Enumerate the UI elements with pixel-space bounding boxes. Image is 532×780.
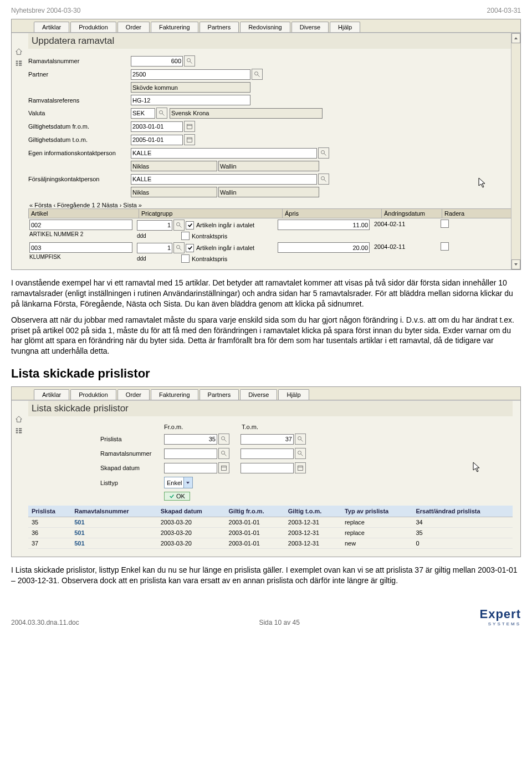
svg-rect-40 <box>298 466 303 470</box>
input-giltig-tom[interactable]: 2005-01-01 <box>131 135 183 145</box>
th-giltig-tom[interactable]: Giltig t.o.m. <box>285 506 341 517</box>
menu-artiklar[interactable]: Artiklar <box>34 22 69 32</box>
menu-order[interactable]: Order <box>117 22 150 32</box>
scroll-down-icon[interactable] <box>511 259 520 269</box>
cell: 2003-03-20 <box>157 517 226 528</box>
th-ramavtal[interactable]: Ramavtalsnummer <box>71 506 157 517</box>
checkbox-ingar[interactable] <box>186 221 194 230</box>
checkbox-kontrakt[interactable] <box>181 254 190 263</box>
ok-button[interactable]: OK <box>164 492 190 501</box>
input-ramavtal-from[interactable] <box>164 448 217 459</box>
menu-diverse[interactable]: Diverse <box>240 389 277 400</box>
search-icon[interactable] <box>295 448 306 459</box>
cell: replace <box>341 517 413 528</box>
svg-line-33 <box>301 440 303 442</box>
svg-point-22 <box>177 246 180 249</box>
input-ramavtal-to[interactable] <box>241 448 294 459</box>
menu-partners[interactable]: Partners <box>200 389 239 400</box>
input-giltig-from[interactable]: 2003-01-01 <box>131 121 183 132</box>
table-row: 35 501 2003-03-20 2003-01-01 2003-12-31 … <box>28 517 513 528</box>
calendar-icon[interactable] <box>218 462 229 473</box>
grid-row: 002 ARTIKEL NUMMER 2 1 Artikeln ingår i … <box>28 218 513 241</box>
cell-pris[interactable]: 11.00 <box>278 220 370 230</box>
input-egen-kontakt[interactable]: KALLE <box>131 148 317 159</box>
scroll-up-icon[interactable] <box>511 33 520 43</box>
scrollbar[interactable] <box>511 33 520 269</box>
menu-hjalp[interactable]: Hjälp <box>330 22 360 32</box>
home-icon[interactable] <box>15 48 23 57</box>
svg-rect-28 <box>19 430 22 431</box>
screenshot-prislistor: Artiklar Produktion Order Fakturering Pa… <box>11 386 521 557</box>
svg-rect-2 <box>16 65 18 66</box>
select-listtyp[interactable]: Enkel <box>164 477 193 488</box>
input-forsalj-kontakt[interactable]: KALLE <box>131 174 317 185</box>
menu-fakturering[interactable]: Fakturering <box>151 389 198 400</box>
search-icon[interactable] <box>173 242 185 253</box>
cell-link[interactable]: 501 <box>71 528 157 538</box>
footer-left: 2004.03.30.dna.11.doc <box>11 619 79 626</box>
th-prislista[interactable]: Prislista <box>28 506 71 517</box>
th-skapad[interactable]: Skapad datum <box>157 506 226 517</box>
th-ersatt[interactable]: Ersatt/ändrad prislista <box>412 506 513 517</box>
chevron-down-icon[interactable] <box>183 477 192 488</box>
svg-line-23 <box>180 248 182 251</box>
menu-order[interactable]: Order <box>117 389 150 400</box>
checkbox-ingar[interactable] <box>186 244 194 252</box>
svg-point-10 <box>160 111 163 114</box>
pager[interactable]: « Första ‹ Föregående 1 2 Nästa › Sista … <box>28 198 513 208</box>
menu-redovisning[interactable]: Redovisning <box>240 22 290 32</box>
list-icon[interactable] <box>15 59 23 69</box>
menu-partners[interactable]: Partners <box>200 22 239 32</box>
cell-grupp[interactable]: 1 <box>137 243 172 253</box>
label-skapad-datum: Skapad datum <box>100 465 164 471</box>
input-prislista-from[interactable]: 35 <box>164 434 217 445</box>
menu-bar: Artiklar Produktion Order Fakturering Pa… <box>12 387 520 400</box>
search-icon[interactable] <box>156 108 167 119</box>
search-icon[interactable] <box>184 55 195 67</box>
search-icon[interactable] <box>218 434 229 445</box>
checkbox-kontrakt[interactable] <box>181 232 190 240</box>
svg-line-37 <box>301 454 303 456</box>
col-apris: Ápris <box>283 209 382 218</box>
menu-produktion[interactable]: Produktion <box>70 22 116 32</box>
cell-artikel[interactable]: 002 <box>29 220 132 230</box>
input-prislista-to[interactable]: 37 <box>241 434 294 445</box>
search-icon[interactable] <box>295 434 306 445</box>
svg-line-17 <box>324 154 326 156</box>
menu-fakturering[interactable]: Fakturering <box>151 22 198 32</box>
input-partner[interactable]: 2500 <box>131 69 250 80</box>
search-icon[interactable] <box>218 448 229 459</box>
input-skapad-from[interactable] <box>164 463 217 473</box>
menu-artiklar[interactable]: Artiklar <box>34 389 69 400</box>
label-listtyp: Listtyp <box>100 480 164 486</box>
svg-rect-3 <box>19 61 22 62</box>
ok-button-label: OK <box>176 493 185 499</box>
menu-hjalp[interactable]: Hjälp <box>278 389 309 400</box>
calendar-icon[interactable] <box>184 134 195 145</box>
checkbox-radera[interactable] <box>441 220 449 228</box>
cell-link[interactable]: 501 <box>71 517 157 528</box>
cell-pris[interactable]: 20.00 <box>278 242 370 253</box>
th-giltig-from[interactable]: Giltig fr.o.m. <box>226 506 285 517</box>
input-ramavtalsnummer[interactable]: 600 <box>131 56 183 67</box>
home-icon[interactable] <box>15 415 23 425</box>
cell-link[interactable]: 501 <box>71 538 157 549</box>
input-valuta[interactable]: SEK <box>131 108 155 119</box>
checkbox-radera[interactable] <box>441 242 449 251</box>
search-icon[interactable] <box>252 69 263 80</box>
th-typ[interactable]: Typ av prislista <box>341 506 413 517</box>
svg-rect-14 <box>187 137 192 142</box>
menu-diverse[interactable]: Diverse <box>291 22 329 32</box>
col-pricatgrupp: Pricatgrupp <box>139 209 283 218</box>
search-icon[interactable] <box>173 220 185 231</box>
calendar-icon[interactable] <box>295 462 306 473</box>
list-icon[interactable] <box>15 427 23 436</box>
input-skapad-to[interactable] <box>241 463 294 473</box>
cell-grupp[interactable]: 1 <box>137 220 172 231</box>
input-referens[interactable]: HG-12 <box>131 95 250 105</box>
cell-artikel[interactable]: 003 <box>29 242 132 253</box>
search-icon[interactable] <box>318 174 329 185</box>
search-icon[interactable] <box>318 147 329 159</box>
menu-produktion[interactable]: Produktion <box>70 389 116 400</box>
calendar-icon[interactable] <box>184 121 195 132</box>
